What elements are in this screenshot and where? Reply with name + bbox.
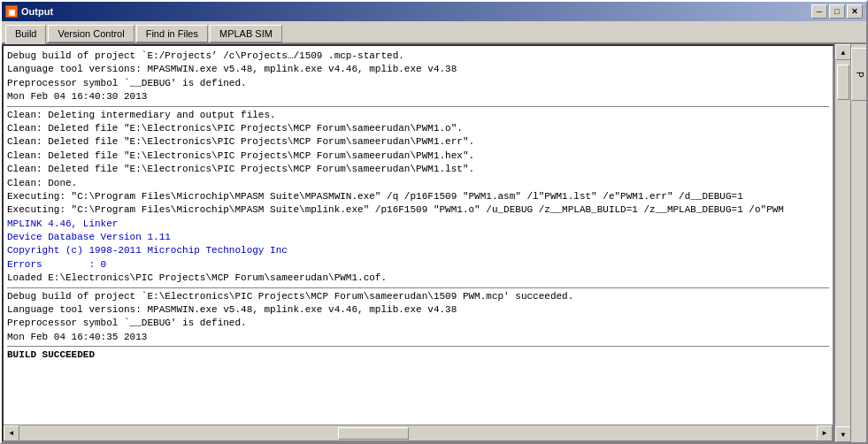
divider-line-2 [7,287,829,288]
tab-bar: Build Version Control Find in Files MPLA… [2,21,866,44]
output-line: Clean: Deleted file "E:\Electronics\PIC … [7,122,829,135]
h-scroll-track[interactable] [19,425,817,441]
output-line: Clean: Deleted file "E:\Electronics\PIC … [7,149,829,163]
maximize-button[interactable]: □ [829,4,845,19]
output-line: Debug build of project `E:\Electronics\P… [7,290,829,303]
output-line: Language tool versions: MPASMWIN.exe v5.… [7,63,829,76]
tab-version-control-label: Version Control [58,28,124,39]
output-line: Errors : 0 [7,258,829,272]
close-button[interactable]: ✕ [847,4,863,19]
output-line: Mon Feb 04 16:40:30 2013 [7,90,829,103]
right-panel-button[interactable]: P [851,48,866,101]
title-bar-content: ▣ Output [5,5,53,18]
minimize-button[interactable]: ─ [811,4,827,19]
tab-mplab-sim-label: MPLAB SIM [219,28,273,39]
output-line: Executing: "C:\Program Files\Microchip\M… [7,190,829,203]
v-scroll-down-button[interactable]: ▼ [835,426,851,442]
right-panel-label: P [855,72,864,78]
output-panel: Debug build of project `E:/Projects’ /c\… [2,44,834,442]
right-panel: P [850,44,866,442]
app-icon: ▣ [5,5,18,18]
output-line: Language tool versions: MPASMWIN.exe v5.… [7,303,829,317]
content-area: Debug build of project `E:/Projects’ /c\… [2,44,866,442]
tab-mplab-sim[interactable]: MPLAB SIM [210,25,282,42]
divider-line [7,106,829,107]
output-line: Clean: Done. [7,177,829,190]
vertical-scrollbar: ▲ ▼ [834,44,850,442]
tab-build-label: Build [15,28,36,39]
tab-find-in-files[interactable]: Find in Files [136,25,208,42]
v-scroll-thumb[interactable] [837,65,849,100]
output-line: Debug build of project `E:/Projects’ /c\… [7,50,829,63]
v-scroll-track[interactable] [835,60,850,426]
h-scroll-thumb[interactable] [338,427,409,440]
horizontal-scrollbar: ◄ ► [4,425,833,440]
main-window: ▣ Output ─ □ ✕ Build Version Control Fin… [0,0,868,444]
output-line: Executing: "C:\Program Files\Microchip\M… [7,203,829,217]
title-bar: ▣ Output ─ □ ✕ [2,2,866,21]
divider-line-3 [7,346,829,347]
window-title: Output [21,6,53,17]
output-text-area[interactable]: Debug build of project `E:/Projects’ /c\… [4,46,833,425]
output-line: Clean: Deleted file "E:\Electronics\PIC … [7,135,829,149]
title-buttons: ─ □ ✕ [811,4,863,19]
h-scroll-left-button[interactable]: ◄ [4,425,19,441]
tab-build[interactable]: Build [5,25,46,44]
output-line: Preprocessor symbol `__DEBUG' is defined… [7,317,829,330]
output-line: Loaded E:\Electronics\PIC Projects\MCP F… [7,272,829,285]
output-line: BUILD SUCCEEDED [7,348,829,362]
output-line: Mon Feb 04 16:40:35 2013 [7,331,829,344]
tab-find-in-files-label: Find in Files [146,28,198,39]
h-scroll-right-button[interactable]: ► [817,425,833,441]
tab-version-control[interactable]: Version Control [48,25,134,42]
output-line: Clean: Deleting intermediary and output … [7,109,829,122]
v-scroll-up-button[interactable]: ▲ [835,44,851,60]
output-line: Device Database Version 1.11 [7,231,829,244]
output-line: Clean: Deleted file "E:\Electronics\PIC … [7,163,829,176]
output-line: Preprocessor symbol `__DEBUG' is defined… [7,77,829,90]
output-line: Copyright (c) 1998-2011 Microchip Techno… [7,244,829,257]
output-line: MPLINK 4.46, Linker [7,218,829,231]
